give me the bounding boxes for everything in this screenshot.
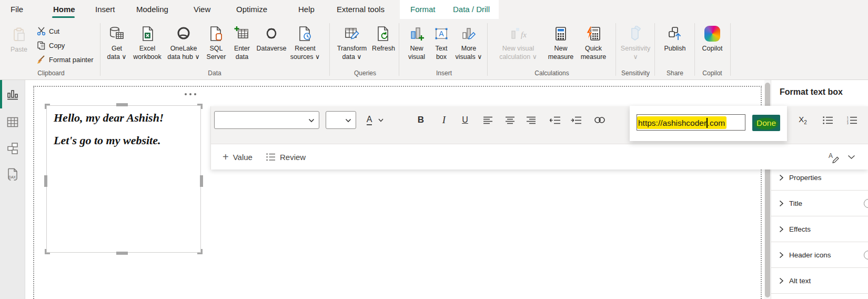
publish-button[interactable]: Publish <box>659 21 691 53</box>
menu-bar: File Home Insert Modeling View Optimize … <box>0 0 868 19</box>
text-style-icon: A <box>827 152 840 163</box>
underline-button[interactable]: U <box>457 111 473 129</box>
panel-section-effects[interactable]: Effects <box>771 216 868 242</box>
done-button[interactable]: Done <box>752 115 780 131</box>
sensitivity-button[interactable]: Sensitivity ∨ <box>619 21 652 62</box>
transform-data-button[interactable]: Transform data ∨ <box>334 21 370 62</box>
menu-file[interactable]: File <box>11 0 23 19</box>
dataverse-button[interactable]: Dataverse <box>255 21 288 53</box>
resize-handle-n[interactable] <box>116 103 128 106</box>
resize-handle-se[interactable] <box>201 249 203 254</box>
bold-button[interactable]: B <box>413 111 429 129</box>
chevron-down-icon <box>378 118 383 122</box>
active-tab-underline <box>52 16 75 18</box>
text-style-options-button[interactable]: A <box>827 144 840 170</box>
svg-text:A: A <box>829 152 833 160</box>
header-icons-toggle[interactable] <box>864 251 868 260</box>
menu-help[interactable]: Help <box>298 0 315 19</box>
format-painter-icon <box>37 55 46 64</box>
report-view-button[interactable] <box>5 87 20 102</box>
menu-optimize[interactable]: Optimize <box>236 0 267 19</box>
menu-modeling[interactable]: Modeling <box>136 0 168 19</box>
textbox-visual[interactable]: Hello, my dear Ashish! Let's go to my we… <box>46 105 201 253</box>
copilot-button[interactable]: Copilot <box>698 21 727 53</box>
resize-handle-e[interactable] <box>200 175 203 187</box>
menu-data-drill[interactable]: Data / Drill <box>453 0 490 19</box>
new-measure-button[interactable]: New measure <box>545 21 577 62</box>
quick-measure-button[interactable]: Quick measure <box>577 21 610 62</box>
model-view-button[interactable] <box>5 141 20 156</box>
new-visual-button[interactable]: New visual <box>404 21 429 62</box>
onelake-data-hub-button[interactable]: OneLake data hub ∨ <box>164 21 203 62</box>
subscript-icon: X2 <box>799 115 807 125</box>
chevron-right-icon <box>779 252 784 258</box>
italic-button[interactable]: I <box>436 111 452 129</box>
panel-section-title[interactable]: Title <box>771 191 868 216</box>
align-center-button[interactable] <box>501 111 518 129</box>
resize-handle-w[interactable] <box>44 175 47 187</box>
outdent-icon <box>550 116 561 124</box>
copilot-icon <box>704 24 720 43</box>
insert-link-button[interactable] <box>591 111 609 129</box>
quick-measure-icon <box>586 24 601 43</box>
indent-icon <box>571 116 582 124</box>
more-visuals-icon <box>461 24 477 43</box>
sql-server-button[interactable]: SQL Server <box>203 21 229 62</box>
dax-query-view-button[interactable]: DAX <box>5 167 20 182</box>
cut-button[interactable]: Cut <box>37 24 94 38</box>
hyperlink-input[interactable]: https://ashishcoder.com <box>637 114 745 131</box>
title-toggle[interactable] <box>864 199 868 208</box>
subscript-button[interactable]: X2 <box>795 111 811 129</box>
table-view-icon <box>6 116 19 128</box>
resize-handle-sw[interactable] <box>45 249 46 254</box>
ribbon-group-queries: Transform data ∨ Refresh Queries <box>334 21 397 78</box>
excel-workbook-button[interactable]: Excel workbook <box>130 21 164 62</box>
text-box-button[interactable]: A Text box <box>429 21 453 62</box>
resize-handle-s[interactable] <box>116 252 128 255</box>
visual-options-menu[interactable] <box>185 93 196 95</box>
bullet-list-button[interactable] <box>819 111 837 129</box>
align-left-button[interactable] <box>479 111 496 129</box>
align-center-icon <box>505 116 515 124</box>
resize-handle-nw[interactable] <box>45 104 46 109</box>
copy-button[interactable]: Copy <box>37 38 94 53</box>
paste-button[interactable]: Paste <box>7 22 31 54</box>
get-data-button[interactable]: Get data ∨ <box>103 21 130 62</box>
decrease-indent-button[interactable] <box>546 111 564 129</box>
format-painter-button[interactable]: Format painter <box>37 53 94 67</box>
more-visuals-button[interactable]: More visuals ∨ <box>453 21 484 62</box>
model-view-icon <box>6 142 19 155</box>
add-value-button[interactable]: + Value <box>223 144 253 170</box>
chevron-right-icon <box>779 277 784 284</box>
new-visual-calculation-button[interactable]: fx New visual calculation ∨ <box>491 21 545 62</box>
new-visual-calculation-icon: fx <box>509 24 527 43</box>
numbered-list-button[interactable]: 123 <box>843 111 861 129</box>
font-color-dropdown[interactable] <box>376 111 386 129</box>
ribbon-group-data: Get data ∨ Excel workbook OneLake data h… <box>103 21 326 78</box>
chevron-down-icon <box>308 118 315 123</box>
increase-indent-button[interactable] <box>567 111 585 129</box>
font-family-dropdown[interactable] <box>214 111 319 129</box>
menu-insert[interactable]: Insert <box>95 0 115 19</box>
recent-sources-button[interactable]: Recent sources ∨ <box>288 21 322 62</box>
align-right-button[interactable] <box>522 111 539 129</box>
panel-section-header-icons[interactable]: Header icons <box>771 242 868 268</box>
review-button[interactable]: Review <box>266 144 306 170</box>
font-size-dropdown[interactable] <box>326 111 356 129</box>
expand-toolbar-button[interactable] <box>847 144 855 170</box>
sql-server-icon <box>209 24 224 43</box>
menu-format[interactable]: Format <box>410 0 436 19</box>
ribbon-group-clipboard: Paste Cut Copy Format painter Clipboard <box>4 21 98 78</box>
group-separator <box>730 23 731 76</box>
highlighted-url-text: https://ashishcoder.com <box>637 116 726 129</box>
menu-view[interactable]: View <box>194 0 210 19</box>
enter-data-button[interactable]: Enter data <box>229 21 255 62</box>
panel-section-alt-text[interactable]: Alt text <box>771 268 868 294</box>
font-color-button[interactable]: A <box>362 111 376 129</box>
resize-handle-ne[interactable] <box>201 104 203 109</box>
refresh-button[interactable]: Refresh <box>370 21 397 53</box>
menu-external-tools[interactable]: External tools <box>337 0 385 19</box>
table-view-button[interactable] <box>5 115 20 129</box>
chevron-right-icon <box>779 174 784 181</box>
ribbon-group-sensitivity: Sensitivity ∨ Sensitivity <box>619 21 652 78</box>
